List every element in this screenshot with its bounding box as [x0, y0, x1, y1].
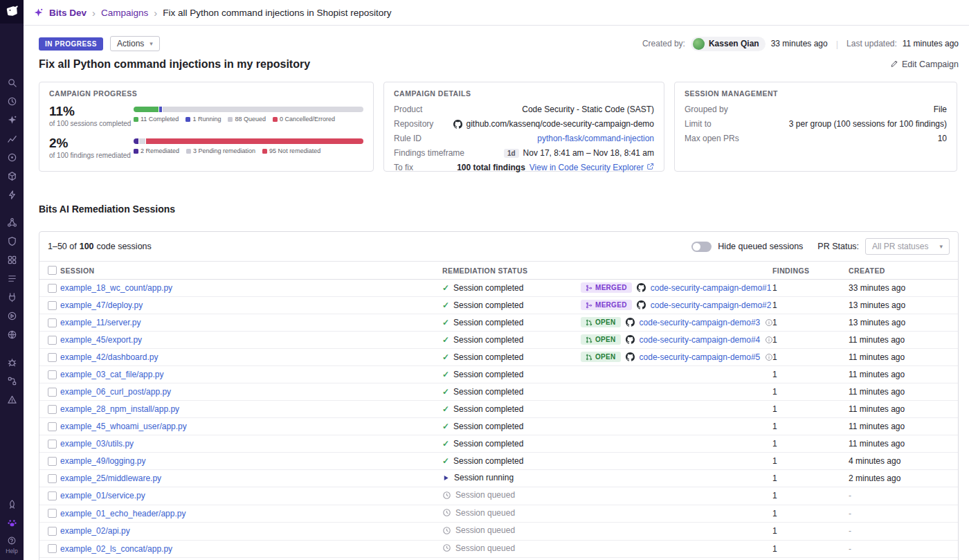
- apm-icon[interactable]: [3, 186, 21, 204]
- mascot-icon[interactable]: [3, 514, 21, 532]
- findings-count: 1: [772, 370, 777, 379]
- row-checkbox[interactable]: [48, 544, 57, 553]
- created-time: 11 minutes ago: [849, 404, 905, 414]
- session-link[interactable]: example_42/dashboard.py: [60, 352, 158, 362]
- pr-status-select[interactable]: All PR statuses ▾: [865, 238, 950, 255]
- row-checkbox[interactable]: [48, 284, 57, 293]
- row-checkbox[interactable]: [48, 353, 57, 362]
- status-label: Session completed: [453, 370, 523, 379]
- session-link[interactable]: example_49/logging.py: [60, 456, 145, 466]
- pr-link[interactable]: code-security-campaign-demo#3: [640, 318, 761, 327]
- ci-icon[interactable]: [3, 307, 21, 325]
- dashboards-icon[interactable]: [3, 251, 21, 269]
- row-checkbox[interactable]: [48, 440, 57, 449]
- hide-queued-toggle[interactable]: [691, 242, 712, 252]
- datadog-logo[interactable]: [0, 0, 24, 24]
- pr-link[interactable]: code-security-campaign-demo#4: [640, 335, 761, 345]
- releases-icon[interactable]: [3, 495, 21, 514]
- header-session[interactable]: SESSION: [60, 262, 442, 280]
- edit-campaign-button[interactable]: Edit Campaign: [890, 60, 959, 70]
- remediation-status: ✓Session completed: [442, 387, 523, 397]
- created-time: 11 minutes ago: [849, 422, 905, 431]
- pr-link[interactable]: code-security-campaign-demo#1: [651, 283, 772, 293]
- header-findings[interactable]: FINDINGS: [772, 262, 849, 280]
- check-icon: ✓: [442, 318, 449, 327]
- findings-count: 1: [772, 509, 777, 518]
- session-link[interactable]: example_02_ls_concat/app.py: [60, 544, 172, 554]
- history-icon[interactable]: [3, 92, 21, 111]
- integrations-icon[interactable]: [3, 288, 21, 307]
- row-checkbox[interactable]: [48, 457, 57, 466]
- metrics-icon[interactable]: [3, 129, 21, 148]
- main-area: Bits Dev › Campaigns › Fix all Python co…: [24, 0, 969, 560]
- breadcrumb-app[interactable]: Bits Dev: [49, 8, 87, 18]
- error-tracking-icon[interactable]: [3, 390, 21, 409]
- header-created[interactable]: CREATED: [849, 262, 958, 280]
- session-link[interactable]: example_25/middleware.py: [60, 473, 161, 483]
- session-link[interactable]: example_01_echo_header/app.py: [60, 509, 185, 518]
- synthetics-icon[interactable]: [3, 325, 21, 344]
- session-link[interactable]: example_28_npm_install/app.py: [60, 404, 179, 414]
- row-checkbox[interactable]: [48, 370, 57, 379]
- logs-icon[interactable]: [3, 269, 21, 288]
- row-checkbox[interactable]: [48, 491, 57, 500]
- remediation-status: Session running: [442, 473, 514, 482]
- session-link[interactable]: example_06_curl_post/app.py: [60, 387, 171, 397]
- pr-link[interactable]: code-security-campaign-demo#2: [651, 300, 772, 310]
- session-link[interactable]: example_11/server.py: [60, 318, 141, 327]
- session-link[interactable]: example_45_whoami_user/app.py: [60, 422, 187, 431]
- check-icon: ✓: [442, 370, 449, 379]
- row-checkbox[interactable]: [48, 474, 57, 483]
- row-checkbox[interactable]: [48, 527, 57, 536]
- rule-id-link[interactable]: python-flask/command-injection: [537, 134, 654, 143]
- actions-dropdown[interactable]: Actions ▾: [110, 36, 160, 51]
- row-checkbox[interactable]: [48, 405, 57, 414]
- card-title: SESSION MANAGEMENT: [685, 89, 947, 98]
- pr-link[interactable]: code-security-campaign-demo#5: [640, 352, 761, 362]
- session-link[interactable]: example_45/export.py: [60, 335, 142, 345]
- row-checkbox[interactable]: [48, 301, 57, 310]
- row-checkbox[interactable]: [48, 388, 57, 397]
- status-label: Session completed: [453, 422, 523, 431]
- header-remediation-status[interactable]: REMEDIATION STATUS: [442, 262, 581, 280]
- legend-swatch: [185, 117, 190, 122]
- row-checkbox[interactable]: [48, 509, 57, 518]
- session-link[interactable]: example_03/utils.py: [60, 439, 134, 449]
- github-icon: [637, 283, 646, 292]
- status-label: Session completed: [453, 404, 523, 414]
- github-icon: [637, 300, 646, 309]
- session-link[interactable]: example_47/deploy.py: [60, 300, 143, 310]
- row-checkbox[interactable]: [48, 318, 57, 327]
- select-all-checkbox[interactable]: [48, 266, 57, 275]
- sessions-section-title: Bits AI Remediation Sessions: [39, 204, 959, 215]
- findings-count: 1: [772, 300, 777, 310]
- infrastructure-icon[interactable]: [3, 167, 21, 186]
- table-row: example_11/server.py✓Session completedOP…: [39, 314, 958, 332]
- row-checkbox[interactable]: [48, 422, 57, 431]
- header-pr: [581, 262, 772, 280]
- session-count: 1–50 of 100 code sessions: [48, 242, 152, 251]
- created-by-user[interactable]: Kassen Qian: [691, 37, 766, 51]
- watchdog-icon[interactable]: [3, 148, 21, 167]
- help-button[interactable]: Help: [6, 532, 17, 560]
- breadcrumb-campaigns[interactable]: Campaigns: [101, 8, 148, 18]
- bug-icon[interactable]: [3, 353, 21, 372]
- session-link[interactable]: example_18_wc_count/app.py: [60, 283, 172, 293]
- workflows-icon[interactable]: [3, 372, 21, 390]
- sidebar-group: [3, 213, 21, 344]
- service-map-icon[interactable]: [3, 213, 21, 232]
- security-icon[interactable]: [3, 232, 21, 251]
- session-link[interactable]: example_01/service.py: [60, 491, 145, 500]
- breadcrumb: Bits Dev › Campaigns › Fix all Python co…: [24, 0, 969, 26]
- row-checkbox[interactable]: [48, 336, 57, 345]
- session-link[interactable]: example_03_cat_file/app.py: [60, 370, 163, 379]
- session-link[interactable]: example_02/api.py: [60, 526, 130, 536]
- findings-count: 1: [772, 387, 777, 397]
- campaign-details-card: CAMPAIGN DETAILS Product Code Security -…: [383, 82, 664, 172]
- sessions-table: SESSION REMEDIATION STATUS FINDINGS CREA…: [39, 261, 958, 558]
- code-security-explorer-link[interactable]: View in Code Security Explorer: [529, 163, 654, 172]
- search-icon[interactable]: [3, 73, 21, 92]
- timeframe-value: Nov 17, 8:41 am – Nov 18, 8:41 am: [523, 148, 654, 158]
- repository-link[interactable]: github.com/kassenq/code-security-campaig…: [467, 119, 654, 129]
- bits-ai-icon[interactable]: [3, 111, 21, 129]
